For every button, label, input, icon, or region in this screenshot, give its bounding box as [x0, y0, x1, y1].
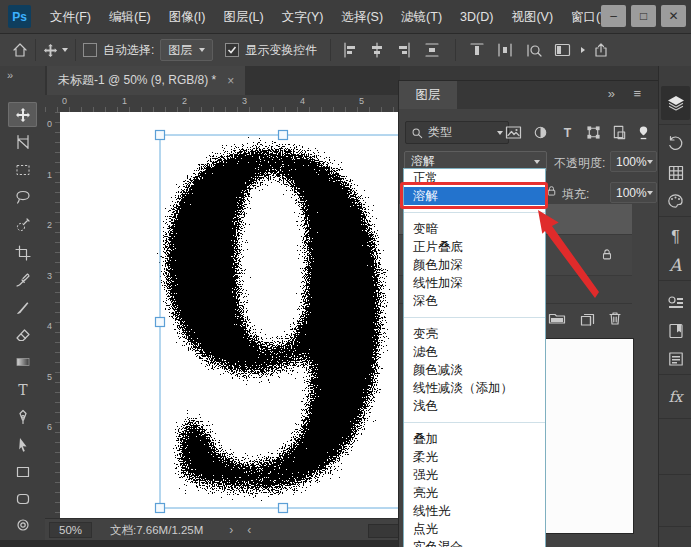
blend-option-hard-light[interactable]: 强光 — [404, 466, 545, 484]
maximize-button[interactable]: □ — [631, 5, 656, 27]
layer-filter-dropdown[interactable]: 类型 — [405, 121, 509, 144]
new-group-button[interactable] — [548, 310, 566, 326]
filter-smart-objects-icon[interactable] — [612, 125, 627, 140]
dock-styles-fx-icon[interactable]: fx — [661, 382, 690, 412]
tool-eraser[interactable] — [8, 322, 37, 347]
chevron-down-icon — [647, 191, 653, 195]
dock-history-icon[interactable] — [661, 128, 690, 158]
tool-rectangle-shape[interactable] — [8, 459, 37, 484]
panel-menu-icon[interactable]: ≡ — [633, 86, 641, 101]
minimize-button[interactable]: – — [601, 5, 626, 27]
auto-select-checkbox[interactable] — [83, 43, 97, 57]
tool-ellipse[interactable] — [8, 512, 37, 537]
blend-option-hard-mix[interactable]: 实色混合 — [404, 538, 545, 547]
blend-option-color-dodge[interactable]: 颜色减淡 — [404, 361, 545, 379]
tools-collapse-button[interactable]: » — [7, 69, 13, 81]
share-export-icon[interactable] — [593, 42, 609, 58]
move-tool-preset-icon[interactable] — [43, 43, 68, 58]
blend-option-soft-light[interactable]: 柔光 — [404, 448, 545, 466]
menu-image[interactable]: 图像(I) — [160, 1, 215, 33]
menu-filter[interactable]: 滤镜(T) — [392, 1, 451, 33]
blend-option-overlay[interactable]: 叠加 — [404, 430, 545, 448]
filter-type-layers-icon[interactable]: T — [560, 125, 575, 140]
dock-layers-icon[interactable] — [661, 86, 690, 120]
align-top-icon[interactable] — [469, 42, 485, 58]
show-transform-checkbox[interactable] — [225, 43, 239, 57]
workspace-icon[interactable] — [554, 43, 571, 58]
dock-character-icon[interactable]: A — [661, 250, 690, 280]
blend-option-dissolve-selected[interactable]: 溶解 — [404, 187, 545, 205]
menu-select[interactable]: 选择(S) — [332, 1, 392, 33]
menu-type[interactable]: 文字(Y) — [273, 1, 333, 33]
blend-option-lighten[interactable]: 变亮 — [404, 325, 545, 343]
tool-eyedropper[interactable] — [8, 267, 37, 292]
delete-layer-button[interactable] — [607, 310, 623, 326]
dock-swatches-icon[interactable] — [661, 158, 690, 188]
tool-rect-marquee[interactable] — [8, 157, 37, 182]
tool-path-select[interactable] — [8, 432, 37, 457]
tool-lasso[interactable] — [8, 184, 37, 209]
filter-adjustment-layers-icon[interactable] — [533, 125, 548, 140]
blend-option-pin-light[interactable]: 点光 — [404, 520, 545, 538]
document-tab[interactable]: 未标题-1 @ 50% (9, RGB/8) * × — [47, 66, 245, 95]
blend-option-normal[interactable]: 正常 — [404, 169, 545, 187]
blend-option-lighter-color[interactable]: 浅色 — [404, 397, 545, 415]
tool-quick-select[interactable] — [8, 212, 37, 237]
tool-move[interactable] — [8, 102, 37, 127]
lock-transparency-icon[interactable] — [545, 184, 558, 198]
blend-option-linear-light[interactable]: 线性光 — [404, 502, 545, 520]
tool-frame[interactable] — [8, 129, 37, 154]
tool-crop[interactable] — [8, 240, 37, 265]
dock-color-icon[interactable] — [661, 186, 690, 216]
divider — [75, 39, 76, 61]
distribute-v-icon[interactable] — [424, 42, 440, 58]
zoom-search-icon[interactable] — [525, 42, 542, 59]
blend-option-vivid-light[interactable]: 亮光 — [404, 484, 545, 502]
close-button[interactable]: ✕ — [661, 5, 686, 27]
align-h-centers-icon[interactable] — [369, 42, 385, 58]
horizontal-scrollbar[interactable] — [368, 524, 400, 538]
filter-toggle-pin-icon[interactable] — [637, 125, 650, 140]
distribute-h-icon[interactable] — [497, 42, 513, 58]
auto-select-target-dropdown[interactable]: 图层 — [160, 39, 213, 61]
dock-libraries-icon[interactable] — [661, 288, 690, 318]
menu-layer[interactable]: 图层(L) — [214, 1, 272, 33]
search-icon — [411, 127, 423, 139]
align-left-edges-icon[interactable] — [343, 42, 359, 58]
ruler-number: 4 — [47, 321, 52, 331]
tool-gradient[interactable] — [8, 349, 37, 374]
blend-option-multiply[interactable]: 正片叠底 — [404, 238, 545, 256]
blend-option-color-burn[interactable]: 颜色加深 — [404, 256, 545, 274]
status-chevron-right[interactable]: › — [229, 523, 233, 537]
opacity-field[interactable]: 100% — [610, 151, 657, 172]
dock-notes-icon[interactable] — [661, 344, 690, 374]
new-layer-button[interactable] — [579, 310, 596, 326]
blend-option-linear-burn[interactable]: 线性加深 — [404, 274, 545, 292]
fill-field[interactable]: 100% — [610, 182, 657, 203]
blend-option-screen[interactable]: 滤色 — [404, 343, 545, 361]
canvas[interactable]: 9 — [60, 112, 400, 518]
home-icon[interactable] — [12, 42, 28, 58]
blend-option-darker-color[interactable]: 深色 — [404, 292, 545, 310]
tool-type[interactable]: T — [8, 377, 37, 402]
tab-close-icon[interactable]: × — [227, 74, 234, 88]
dock-bookmark-icon[interactable] — [661, 316, 690, 346]
tool-rounded-rectangle[interactable] — [8, 486, 37, 511]
status-chevron-left[interactable]: ‹ — [247, 523, 251, 537]
zoom-level-field[interactable]: 50% — [49, 522, 92, 538]
menu-edit[interactable]: 编辑(E) — [100, 1, 160, 33]
blend-option-linear-dodge[interactable]: 线性减淡（添加） — [404, 379, 545, 397]
layers-tab[interactable]: 图层 — [399, 81, 457, 109]
menu-view[interactable]: 视图(V) — [502, 1, 562, 33]
filter-pixel-layers-icon[interactable] — [505, 125, 522, 140]
menu-3d[interactable]: 3D(D) — [451, 1, 502, 33]
panel-collapse-icon[interactable]: » — [608, 86, 615, 101]
align-right-edges-icon[interactable] — [395, 42, 411, 58]
filter-shape-layers-icon[interactable] — [586, 125, 601, 140]
dock-paragraph-icon[interactable]: ¶ — [661, 222, 690, 252]
transform-bounding-box[interactable] — [60, 112, 400, 518]
tool-brush[interactable] — [8, 295, 37, 320]
blend-option-darken[interactable]: 变暗 — [404, 220, 545, 238]
menu-file[interactable]: 文件(F) — [41, 1, 100, 33]
tool-pen[interactable] — [8, 404, 37, 429]
